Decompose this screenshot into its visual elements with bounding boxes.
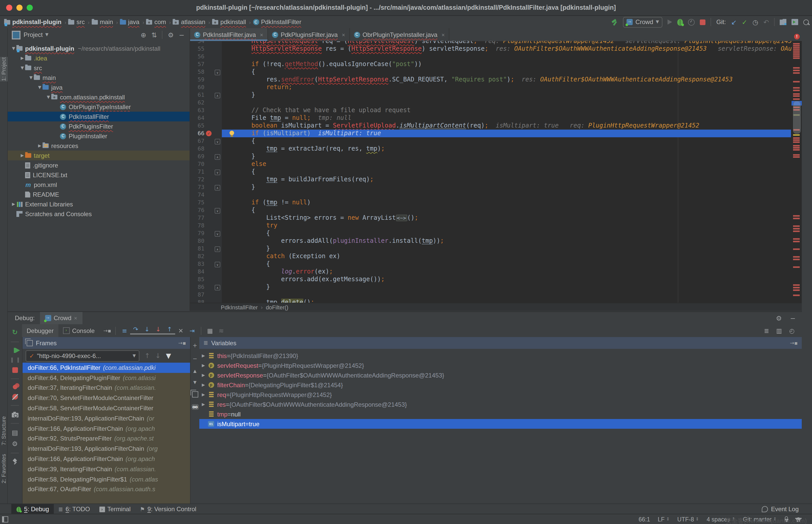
- highlighting-level-icon[interactable]: [796, 517, 801, 522]
- code-line-61[interactable]: 61∧ }: [190, 91, 802, 99]
- code-line-59[interactable]: 59 res.sendError(HttpServletResponse.SC_…: [190, 76, 802, 83]
- frame-down-icon[interactable]: ↓: [155, 353, 161, 359]
- breadcrumb-item-main[interactable]: main: [92, 18, 113, 26]
- hide-toolwindow-icon[interactable]: −: [790, 315, 796, 322]
- locate-file-icon[interactable]: ⊕: [141, 32, 146, 38]
- code-line-83[interactable]: 83∨ {: [190, 260, 802, 268]
- search-everywhere-icon[interactable]: [803, 19, 809, 25]
- tree-collapsed-arrow-icon[interactable]: ▶: [19, 56, 25, 61]
- breadcrumb-item-com[interactable]: com: [146, 18, 166, 26]
- scrollbar-thumb[interactable]: [793, 101, 801, 134]
- variable-row-req[interactable]: ▶req = {PluginHttpRequestWrapper@21452}: [199, 390, 802, 399]
- tree-collapsed-arrow-icon[interactable]: ▶: [11, 202, 16, 207]
- variable-row-servletrequest[interactable]: ▶pservletRequest = {PluginHttpRequestWra…: [199, 361, 802, 370]
- filter-frames-icon[interactable]: ▼: [166, 353, 171, 359]
- code-line-82[interactable]: 82 catch (Exception ex): [190, 252, 802, 260]
- tree-item-readme[interactable]: README: [8, 190, 190, 199]
- tree-item-obrplugintypeinstaller[interactable]: CObrPluginTypeInstaller: [8, 102, 190, 112]
- expand-arrow-icon[interactable]: ▶: [199, 383, 208, 387]
- step-into-icon[interactable]: ↓: [141, 327, 153, 334]
- gutter[interactable]: 79∨: [190, 229, 222, 237]
- chevron-down-icon[interactable]: ▼: [45, 33, 48, 37]
- code-line-63[interactable]: 63 // Check that we have a file upload r…: [190, 107, 802, 114]
- tree-item-pom-xml[interactable]: mpom.xml: [8, 180, 190, 190]
- gutter[interactable]: 54: [190, 41, 222, 45]
- stack-frame[interactable]: doFilter:92, StrutsPrepareFilter(org.apa…: [22, 433, 190, 444]
- code-line-73[interactable]: 73∧ }: [190, 183, 802, 191]
- error-stripe-mark[interactable]: [793, 225, 800, 227]
- view-breakpoints-icon[interactable]: [13, 385, 17, 389]
- breakpoint-icon[interactable]: ✓: [206, 131, 212, 136]
- fold-marker-icon[interactable]: ∧: [215, 185, 220, 191]
- code-line-70[interactable]: 70 else: [190, 160, 802, 168]
- git-branch-widget[interactable]: Git: master↕: [743, 516, 777, 522]
- move-watch-down-icon[interactable]: ▼: [193, 380, 196, 385]
- variable-row-servletresponse[interactable]: ▶pservletResponse = {OAuthFilter$OAuthWW…: [199, 370, 802, 380]
- code-line-77[interactable]: 77 List<String> errors = new ArrayList<~…: [190, 214, 802, 222]
- stack-frame[interactable]: doFilter:166, ApplicationFilterChain(org…: [22, 424, 190, 434]
- tree-collapsed-arrow-icon[interactable]: ▶: [19, 153, 25, 158]
- tree-item-idea[interactable]: ▶.idea: [8, 53, 190, 63]
- gutter[interactable]: 84: [190, 268, 222, 276]
- stripe-button-7-structure[interactable]: 7: Structure: [1, 416, 7, 445]
- code-line-85[interactable]: 85 errors.add(ex.getMessage());: [190, 276, 802, 283]
- gutter[interactable]: 76∨: [190, 207, 222, 214]
- toolwindow-button-6-todo[interactable]: ≣6: TODO: [53, 504, 95, 514]
- error-stripe-mark[interactable]: [793, 156, 800, 158]
- tree-item-pdkinstall-plugin[interactable]: ▼pdkinstall-plugin~/research/atlassian/p…: [8, 44, 190, 53]
- gutter[interactable]: 85: [190, 276, 222, 283]
- readonly-lock-icon[interactable]: [784, 519, 789, 522]
- gutter[interactable]: 77: [190, 214, 222, 222]
- gear-icon[interactable]: ⚙: [776, 315, 782, 322]
- toolwindow-button-9-version-control[interactable]: ⚑9: Version Control: [135, 504, 201, 514]
- tree-expanded-arrow-icon[interactable]: ▼: [19, 66, 25, 70]
- move-to-tab-icon[interactable]: →▪: [178, 340, 186, 345]
- error-stripe-mark[interactable]: [793, 256, 800, 257]
- tree-item-resources[interactable]: ▶resources: [8, 141, 190, 151]
- fold-marker-icon[interactable]: ∨: [215, 231, 220, 236]
- stack-frame[interactable]: doFilter:66, PdkInstallFilter(com.atlass…: [22, 363, 190, 373]
- breadcrumb-item-pdkinstall-plugin[interactable]: pdkinstall-plugin: [4, 18, 62, 26]
- stack-frame[interactable]: internalDoFilter:193, ApplicationFilterC…: [22, 444, 190, 454]
- intention-bulb-icon[interactable]: [229, 131, 234, 135]
- error-stripe-mark[interactable]: [793, 218, 800, 219]
- code-line-72[interactable]: 72 tmp = buildJarFromFiles(req);: [190, 176, 802, 183]
- code-line-71[interactable]: 71∨ {: [190, 168, 802, 176]
- error-stripe-mark[interactable]: [793, 51, 800, 52]
- overhead-monitor-icon[interactable]: ◴: [789, 327, 795, 334]
- gutter[interactable]: 64: [190, 114, 222, 122]
- breadcrumb-item-src[interactable]: src: [68, 18, 85, 26]
- fold-marker-icon[interactable]: ∧: [215, 246, 220, 252]
- threads-view-icon[interactable]: ≣: [764, 327, 769, 334]
- code-line-67[interactable]: 67∨ {: [190, 137, 802, 145]
- error-stripe-mark[interactable]: [793, 98, 800, 100]
- error-stripe-mark[interactable]: [793, 295, 800, 296]
- code-line-58[interactable]: 58∨ {: [190, 68, 802, 76]
- error-stripe-mark[interactable]: [793, 149, 800, 150]
- variable-row-tmp[interactable]: tmp = null: [199, 409, 802, 419]
- tree-item-scratches-and-consoles[interactable]: Scratches and Consoles: [8, 209, 190, 219]
- gear-icon[interactable]: ⚙: [168, 32, 174, 38]
- file-errors-indicator[interactable]: !: [794, 34, 800, 39]
- gutter[interactable]: 59: [190, 76, 222, 83]
- gutter[interactable]: 87: [190, 291, 222, 299]
- breadcrumb-item-pdkinstallfilter[interactable]: CPdkInstallFilter: [253, 18, 301, 26]
- error-stripe-mark[interactable]: [793, 241, 800, 242]
- yellow-stripe-mark[interactable]: [793, 134, 800, 135]
- drop-frame-icon[interactable]: ✕: [175, 327, 186, 334]
- gutter[interactable]: 66✓: [190, 130, 222, 137]
- gutter[interactable]: 72: [190, 176, 222, 183]
- code-line-78[interactable]: 78 try: [190, 222, 802, 229]
- rerun-icon[interactable]: ↻: [12, 328, 18, 336]
- gutter[interactable]: 71∨: [190, 168, 222, 176]
- code-line-81[interactable]: 81∧ }: [190, 245, 802, 252]
- gutter[interactable]: 86∧: [190, 283, 222, 291]
- toolwindow-button-terminal[interactable]: ›Terminal: [95, 504, 135, 514]
- tree-item-src[interactable]: ▼src: [8, 63, 190, 73]
- stack-frame[interactable]: doFilter:58, ServletFilterModuleContaine…: [22, 403, 190, 413]
- thread-dropdown[interactable]: ✓ "http-nio-4990-exec-6... ▼: [26, 350, 139, 361]
- error-stripe-mark[interactable]: [793, 53, 800, 54]
- code-line-75[interactable]: 75 if (tmp != null): [190, 199, 802, 207]
- event-log-button[interactable]: Event Log: [762, 506, 799, 513]
- error-stripe-mark[interactable]: [793, 248, 800, 250]
